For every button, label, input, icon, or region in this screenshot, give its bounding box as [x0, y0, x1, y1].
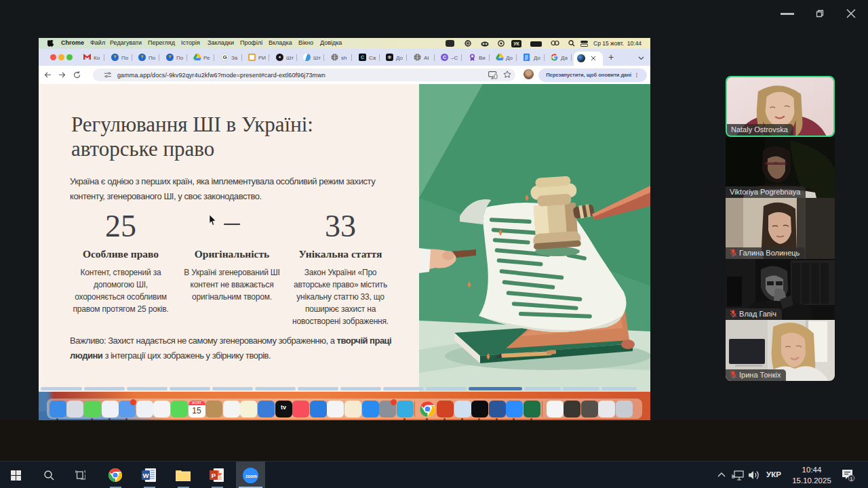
svg-text:1: 1 — [850, 476, 853, 482]
svg-text:W: W — [143, 472, 149, 479]
svg-text:P: P — [212, 472, 216, 479]
